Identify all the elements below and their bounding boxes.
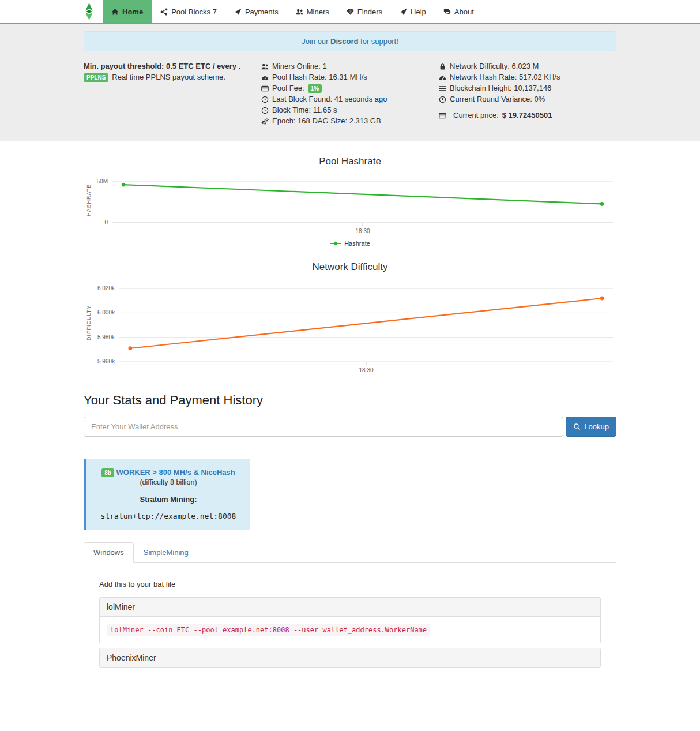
paper-plane-icon	[234, 8, 242, 16]
pool-fee-badge: 1%	[308, 84, 322, 93]
nav-item-miners[interactable]: Miners	[287, 0, 338, 23]
stats-history-heading: Your Stats and Payment History	[84, 393, 616, 408]
hashrate-legend[interactable]: Hashrate	[84, 240, 616, 247]
discord-alert: Join our Discord for support!	[84, 31, 616, 51]
nav-label: Pool Blocks 7	[171, 8, 217, 16]
difficulty-badge: 8b	[101, 468, 114, 477]
credit-card-icon	[439, 112, 446, 119]
pplns-text: Real time PPLNS payout scheme.	[112, 73, 225, 82]
pplns-badge: PPLNS	[84, 73, 108, 82]
tachometer-icon	[439, 74, 446, 81]
network-hashrate-stat: Network Hash Rate: 517.02 KH/s	[439, 73, 616, 82]
share-alt-icon	[160, 8, 168, 16]
navbar: Home Pool Blocks 7 Payments Miners Finde…	[0, 0, 700, 24]
nav-item-pool-blocks[interactable]: Pool Blocks 7	[152, 0, 225, 23]
nav-label: Finders	[357, 8, 382, 16]
etc-diamond-icon	[84, 3, 95, 20]
nav-label: Home	[122, 8, 143, 16]
nav-item-help[interactable]: Help	[391, 0, 435, 23]
lolminer-body: lolMiner --coin ETC --pool example.net:8…	[99, 617, 601, 643]
stratum-url: stratum+tcp://example.net:8008	[91, 512, 246, 520]
tab-windows[interactable]: Windows	[84, 542, 134, 563]
pool-hashrate-chart: HASHRATE 050M18:30	[84, 178, 616, 237]
epoch-stat: Epoch: 168 DAG Size: 2.313 GB	[261, 117, 439, 126]
home-icon	[111, 8, 119, 16]
pool-hashrate-title: Pool Hashrate	[84, 156, 616, 167]
network-stats-column: Network Difficulty: 6.023 M Network Hash…	[439, 62, 616, 128]
nav-label: Miners	[307, 8, 329, 16]
accordion-phoenixminer[interactable]: PhoenixMiner	[99, 648, 601, 668]
users-icon	[296, 8, 303, 16]
bat-intro-text: Add this to your bat file	[99, 580, 601, 588]
alert-text: for support!	[358, 37, 398, 46]
lock-icon	[439, 63, 446, 70]
clock-icon	[261, 96, 269, 103]
clock-icon	[261, 107, 269, 114]
search-icon	[573, 423, 581, 430]
accordion-lolminer[interactable]: lolMiner	[99, 597, 601, 617]
nav-item-payments[interactable]: Payments	[225, 0, 287, 23]
legend-label: Hashrate	[344, 240, 370, 247]
nav-label: Payments	[245, 8, 279, 16]
worker-info-box: 8b WORKER > 800 MH/s & NiceHash (difficu…	[84, 459, 250, 530]
network-difficulty-title: Network Difficulty	[84, 261, 616, 273]
nav-item-about[interactable]: About	[435, 0, 483, 23]
price-value: $ 19.72450501	[502, 111, 552, 120]
tachometer-icon	[261, 74, 269, 81]
last-block-stat: Last Block Found: 41 seconds ago	[261, 95, 439, 104]
payout-stats-column: Min. payout threshold: 0.5 ETC ETC / eve…	[84, 62, 261, 128]
payout-threshold: Min. payout threshold: 0.5 ETC ETC / eve…	[84, 62, 261, 70]
divider	[84, 448, 616, 448]
wallet-lookup-group: Lookup	[84, 417, 616, 437]
users-icon	[261, 63, 269, 70]
worker-subtitle: (difficulty 8 billion)	[91, 478, 246, 486]
bars-icon	[439, 85, 446, 92]
lookup-button[interactable]: Lookup	[566, 417, 616, 437]
legend-marker-icon	[330, 241, 341, 246]
pool-hashrate-stat: Pool Hash Rate: 16.31 MH/s	[261, 73, 439, 82]
pool-fee-stat: Pool Fee: 1%	[261, 84, 439, 93]
nav-label: Help	[411, 8, 426, 16]
lolminer-command: lolMiner --coin ETC --pool example.net:8…	[107, 624, 430, 636]
round-variance-stat: Current Round Variance: 0%	[439, 95, 616, 104]
paper-plane-icon	[400, 8, 407, 16]
network-difficulty-chart: DIFFICULTY 5 960k5 980k6 000k6 020k18:30	[84, 283, 616, 377]
wallet-address-input[interactable]	[84, 417, 563, 437]
main-nav: Home Pool Blocks 7 Payments Miners Finde…	[103, 0, 483, 23]
clock-icon	[439, 96, 446, 103]
main-content: Pool Hashrate HASHRATE 050M18:30 Hashrat…	[84, 156, 616, 691]
tab-simplemining[interactable]: SimpleMining	[134, 542, 198, 563]
stratum-label: Stratum Mining:	[91, 495, 246, 504]
stats-section: Join our Discord for support! Min. payou…	[0, 24, 700, 141]
y-axis-label: DIFFICULTY	[86, 283, 92, 362]
os-tabs: Windows SimpleMining	[84, 542, 616, 563]
discord-link[interactable]: Discord	[330, 37, 358, 46]
nav-label: About	[454, 8, 474, 16]
current-price-stat: Current price: $ 19.72450501	[439, 111, 616, 120]
worker-title: WORKER > 800 MH/s & NiceHash	[116, 468, 235, 477]
miners-online-stat: Miners Online: 1	[261, 62, 439, 71]
bat-file-panel: Add this to your bat file lolMiner lolMi…	[84, 562, 616, 691]
alert-text: Join our	[302, 37, 330, 46]
lookup-button-label: Lookup	[584, 422, 609, 431]
etc-logo[interactable]	[84, 0, 103, 23]
credit-card-icon	[261, 85, 269, 92]
network-difficulty-stat: Network Difficulty: 6.023 M	[439, 62, 616, 71]
pool-stats-column: Miners Online: 1 Pool Hash Rate: 16.31 M…	[261, 62, 439, 128]
block-time-stat: Block Time: 11.65 s	[261, 106, 439, 115]
nav-item-finders[interactable]: Finders	[338, 0, 391, 23]
comments-icon	[443, 8, 451, 16]
nav-item-home[interactable]: Home	[103, 0, 152, 23]
cogs-icon	[261, 118, 269, 125]
blockchain-height-stat: Blockchain Height: 10,137,146	[439, 84, 616, 93]
gem-icon	[347, 8, 354, 16]
